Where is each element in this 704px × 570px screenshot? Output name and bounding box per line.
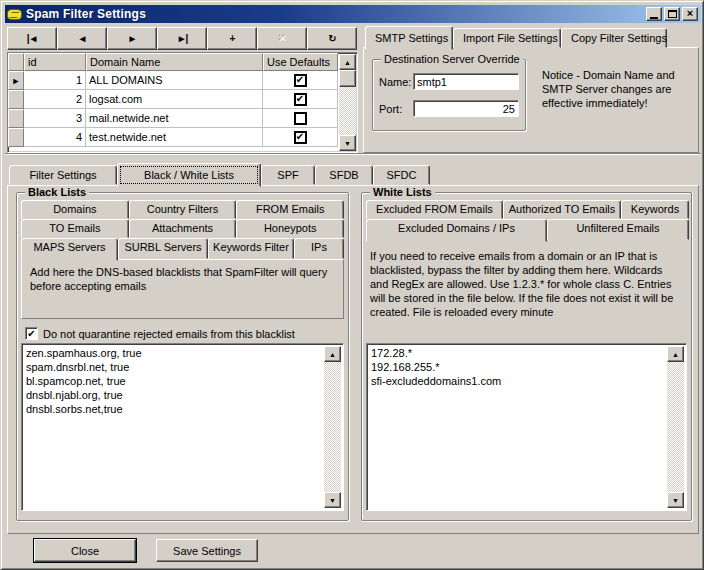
quarantine-checkbox[interactable]: ✔ bbox=[25, 327, 38, 340]
tab-unfiltered-emails[interactable]: Unfiltered Emails bbox=[547, 219, 689, 240]
smtp-port-input[interactable] bbox=[413, 100, 519, 117]
title-bar: Spam Filter Settings × bbox=[5, 5, 701, 23]
tab-country-filters[interactable]: Country Filters bbox=[129, 200, 237, 219]
use-defaults-checkbox[interactable]: ✔ bbox=[294, 131, 307, 144]
tab-import-file-settings[interactable]: Import File Settings bbox=[453, 28, 561, 48]
maximize-button[interactable] bbox=[664, 7, 680, 21]
minimize-button[interactable] bbox=[646, 7, 662, 21]
last-record-button[interactable]: ►| bbox=[157, 27, 207, 50]
tab-smtp-settings[interactable]: SMTP Settings bbox=[365, 26, 453, 50]
tab-keywords-filter[interactable]: Keywords Filter bbox=[208, 238, 294, 259]
scrollbar-down-button[interactable]: ▼ bbox=[339, 135, 356, 151]
row-selector-cell[interactable] bbox=[8, 90, 24, 109]
grid-cell-domain[interactable]: test.netwide.net bbox=[86, 128, 263, 147]
grid-column-header-domain-name[interactable]: Domain Name bbox=[86, 53, 263, 71]
scroll-down-icon: ▼ bbox=[672, 497, 679, 504]
list-tab-row-1: DomainsCountry FiltersFROM Emails bbox=[21, 200, 344, 219]
blacklist-scrollbar[interactable]: ▲ ▼ bbox=[324, 346, 341, 508]
scroll-up-icon: ▲ bbox=[344, 59, 351, 66]
tab-sfdb[interactable]: SFDB bbox=[315, 165, 373, 185]
close-button[interactable]: Close bbox=[34, 539, 136, 562]
tab-black-white-lists[interactable]: Black / White Lists bbox=[117, 163, 261, 187]
grid-row-1[interactable]: ►1ALL DOMAINS✔ bbox=[8, 71, 357, 90]
blacklist-item[interactable]: dnsbl.sorbs.net,true bbox=[26, 402, 342, 416]
grid-row-3[interactable]: 3mail.netwide.net bbox=[8, 109, 357, 128]
grid-cell-id[interactable]: 3 bbox=[24, 109, 86, 128]
scrollbar-down-button[interactable]: ▼ bbox=[324, 492, 341, 508]
tab-keywords[interactable]: Keywords bbox=[621, 200, 689, 219]
next-record-button[interactable]: ► bbox=[107, 27, 157, 50]
tab-to-emails[interactable]: TO Emails bbox=[21, 219, 129, 238]
close-window-button[interactable]: × bbox=[682, 7, 698, 21]
quarantine-checkbox-label: Do not quarantine rejected emails from t… bbox=[43, 328, 295, 340]
row-selector-cell[interactable]: ► bbox=[8, 71, 24, 90]
tab-sfdc[interactable]: SFDC bbox=[373, 165, 430, 185]
whitelist-item[interactable]: 172.28.* bbox=[371, 346, 685, 360]
insert-record-button[interactable]: + bbox=[207, 27, 257, 50]
grid-cell-domain[interactable]: ALL DOMAINS bbox=[86, 71, 263, 90]
smtp-name-input[interactable] bbox=[413, 73, 519, 90]
grid-cell-use-defaults[interactable]: ✔ bbox=[263, 128, 338, 147]
scrollbar-up-button[interactable]: ▲ bbox=[324, 346, 341, 362]
use-defaults-checkbox[interactable] bbox=[294, 112, 307, 125]
scrollbar-track[interactable] bbox=[324, 346, 341, 508]
tab-ips[interactable]: IPs bbox=[294, 238, 344, 259]
save-settings-button[interactable]: Save Settings bbox=[156, 539, 258, 562]
scrollbar-up-button[interactable]: ▲ bbox=[667, 346, 684, 362]
row-selector-cell[interactable] bbox=[8, 128, 24, 147]
grid-column-header-id[interactable]: id bbox=[24, 53, 86, 71]
grid-cell-domain[interactable]: mail.netwide.net bbox=[86, 109, 263, 128]
grid-header-row: idDomain NameUse Defaults bbox=[8, 53, 357, 71]
grid-row-4[interactable]: 4test.netwide.net✔ bbox=[8, 128, 357, 147]
grid-row-2[interactable]: 2logsat.com✔ bbox=[8, 90, 357, 109]
tab-spf[interactable]: SPF bbox=[261, 165, 315, 185]
scroll-down-icon: ▼ bbox=[344, 140, 351, 147]
blacklist-servers-listbox[interactable]: zen.spamhaus.org, truespam.dnsrbl.net, t… bbox=[21, 343, 344, 511]
scrollbar-up-button[interactable]: ▲ bbox=[339, 54, 356, 70]
tab-from-emails[interactable]: FROM Emails bbox=[236, 200, 344, 219]
grid-cell-id[interactable]: 2 bbox=[24, 90, 86, 109]
tab-domains[interactable]: Domains bbox=[21, 200, 129, 219]
minimize-icon bbox=[650, 17, 658, 19]
grid-cell-use-defaults[interactable] bbox=[263, 109, 338, 128]
grid-cell-id[interactable]: 1 bbox=[24, 71, 86, 90]
tab-excluded-domains-ips[interactable]: Excluded Domains / IPs bbox=[366, 219, 547, 242]
tab-surbl-servers[interactable]: SURBL Servers bbox=[118, 238, 208, 259]
tab-maps-servers[interactable]: MAPS Servers bbox=[21, 238, 118, 261]
tab-excluded-from-emails[interactable]: Excluded FROM Emails bbox=[366, 200, 503, 219]
blacklist-item[interactable]: zen.spamhaus.org, true bbox=[26, 346, 342, 360]
grid-vertical-scrollbar[interactable]: ▲ ▼ bbox=[339, 54, 356, 151]
close-icon: × bbox=[687, 8, 693, 19]
scrollbar-thumb[interactable] bbox=[339, 70, 356, 87]
whitelist-entries-listbox[interactable]: 172.28.*192.168.255.*sfi-excludeddomains… bbox=[366, 343, 687, 511]
quarantine-checkbox-row[interactable]: ✔ Do not quarantine rejected emails from… bbox=[25, 327, 295, 340]
scrollbar-down-button[interactable]: ▼ bbox=[667, 492, 684, 508]
list-tab-row-3: MAPS ServersSURBL ServersKeywords Filter… bbox=[21, 238, 344, 259]
use-defaults-checkbox[interactable]: ✔ bbox=[294, 74, 307, 87]
blacklist-item[interactable]: spam.dnsrbl.net, true bbox=[26, 360, 342, 374]
first-record-button[interactable]: |◄ bbox=[7, 27, 57, 50]
grid-cell-use-defaults[interactable]: ✔ bbox=[263, 90, 338, 109]
grid-cell-domain[interactable]: logsat.com bbox=[86, 90, 263, 109]
refresh-button[interactable]: ↻ bbox=[307, 27, 357, 50]
use-defaults-checkbox[interactable]: ✔ bbox=[294, 93, 307, 106]
whitelist-scrollbar[interactable]: ▲ ▼ bbox=[667, 346, 684, 508]
blacklist-item[interactable]: bl.spamcop.net, true bbox=[26, 374, 342, 388]
tab-attachments[interactable]: Attachments bbox=[129, 219, 237, 238]
tab-authorized-to-emails[interactable]: Authorized TO Emails bbox=[503, 200, 621, 219]
grid-cell-id[interactable]: 4 bbox=[24, 128, 86, 147]
whitelist-item[interactable]: sfi-excludeddomains1.com bbox=[371, 374, 685, 388]
tab-honeypots[interactable]: Honeypots bbox=[236, 219, 344, 238]
prior-record-button[interactable]: ◄ bbox=[57, 27, 107, 50]
row-selector-cell[interactable] bbox=[8, 109, 24, 128]
scrollbar-track[interactable] bbox=[667, 346, 684, 508]
whitelist-item[interactable]: 192.168.255.* bbox=[371, 360, 685, 374]
blacklist-item[interactable]: dnsbl.njabl.org, true bbox=[26, 388, 342, 402]
black-white-lists-panel: Black Lists DomainsCountry FiltersFROM E… bbox=[7, 185, 699, 534]
checkmark-icon: ✔ bbox=[27, 329, 35, 339]
tab-copy-filter-settings[interactable]: Copy Filter Settings bbox=[561, 28, 667, 48]
white-lists-group: White Lists Excluded FROM EmailsAuthoriz… bbox=[361, 192, 692, 521]
grid-cell-use-defaults[interactable]: ✔ bbox=[263, 71, 338, 90]
grid-column-header-use-defaults[interactable]: Use Defaults bbox=[263, 53, 338, 71]
tab-filter-settings[interactable]: Filter Settings bbox=[9, 165, 117, 185]
